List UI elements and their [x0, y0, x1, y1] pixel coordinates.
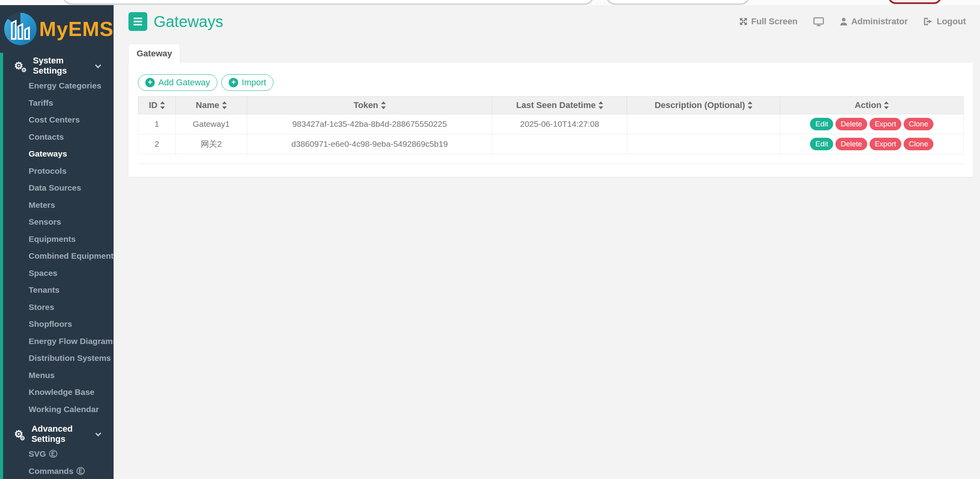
sidebar-item-energy-flow-diagrams[interactable]: Energy Flow Diagrams [0, 333, 114, 350]
add-gateway-label: Add Gateway [158, 77, 210, 88]
sidebar-toggle-button[interactable] [128, 12, 147, 31]
import-button[interactable]: Import [221, 74, 273, 91]
edit-button[interactable]: Edit [810, 118, 833, 130]
tab-label: Gateway [137, 49, 172, 59]
sidebar-item-gateways[interactable]: Gateways [0, 145, 114, 162]
sidebar-item-tariffs[interactable]: Tariffs [0, 94, 114, 112]
cutoff-red-button[interactable] [888, 0, 942, 4]
cell-name: 网关2 [175, 134, 247, 154]
sidebar-item-working-calendar[interactable]: Working Calendar [0, 401, 114, 418]
expand-arrows-icon [739, 17, 748, 26]
system-settings-menu: Energy Categories Tariffs Cost Centers C… [0, 77, 114, 418]
gateways-table: ID Name Token Last Seen Datetime Descrip… [138, 96, 964, 154]
sidebar-item-menus[interactable]: Menus [0, 367, 114, 384]
top-cutoff-strip [0, 0, 980, 5]
sidebar-item-spaces[interactable]: Spaces [0, 265, 114, 282]
cell-actions: EditDeleteExportClone [780, 114, 964, 134]
cell-token: d3860971-e6e0-4c98-9eba-5492869c5b19 [247, 134, 492, 154]
tab-gateway[interactable]: Gateway [128, 44, 180, 63]
table-header-row: ID Name Token Last Seen Datetime Descrip… [138, 97, 964, 114]
gears-icon: ⚙⚙ [14, 60, 27, 72]
monitor-icon [813, 17, 824, 27]
cell-last-seen: 2025-06-10T14:27:08 [492, 114, 627, 134]
sidebar-item-meters[interactable]: Meters [0, 196, 114, 214]
sidebar-item-contacts[interactable]: Contacts [0, 128, 114, 146]
edit-button[interactable]: Edit [810, 138, 833, 150]
user-label: Administrator [851, 16, 908, 27]
sidebar-accent-strip [0, 53, 3, 479]
clone-button[interactable]: Clone [904, 118, 933, 130]
cell-actions: EditDeleteExportClone [780, 134, 964, 154]
sidebar: MyEMS ⚙⚙ System Settings Energy Categori… [0, 5, 114, 479]
full-screen-button[interactable]: Full Screen [739, 16, 798, 27]
sidebar-item-protocols[interactable]: Protocols [0, 162, 114, 180]
brand-logo[interactable]: MyEMS [0, 5, 114, 53]
cell-token: 983427af-1c35-42ba-8b4d-288675550225 [247, 114, 492, 134]
column-header-description[interactable]: Description (Optional) [627, 97, 780, 114]
sidebar-section-advanced-settings[interactable]: ⚙⚙ Advanced Settings [0, 425, 114, 443]
display-toggle-button[interactable] [813, 17, 824, 27]
section-label: System Settings [33, 56, 96, 76]
logout-label: Logout [937, 16, 966, 27]
sidebar-item-knowledge-base[interactable]: Knowledge Base [0, 384, 114, 401]
plus-circle-icon [145, 78, 155, 87]
delete-button[interactable]: Delete [835, 138, 867, 150]
circled-e-icon: Ⓔ [49, 449, 57, 458]
cell-id: 1 [138, 114, 176, 134]
sidebar-item-svg[interactable]: SVGⒺ [0, 445, 114, 463]
user-icon [840, 17, 848, 26]
sidebar-item-energy-categories[interactable]: Energy Categories [0, 77, 114, 94]
cell-description [627, 134, 780, 154]
sidebar-item-commands[interactable]: CommandsⒺ [0, 463, 114, 479]
full-screen-label: Full Screen [751, 16, 798, 27]
add-gateway-button[interactable]: Add Gateway [138, 74, 217, 91]
table-row: 1 Gateway1 983427af-1c35-42ba-8b4d-28867… [138, 114, 964, 134]
sidebar-item-equipments[interactable]: Equipments [0, 230, 114, 248]
clone-button[interactable]: Clone [904, 138, 933, 150]
cell-name: Gateway1 [175, 114, 247, 134]
myems-logo-icon [3, 9, 38, 49]
sort-icon [884, 101, 889, 109]
cutoff-input-right[interactable] [606, 0, 750, 4]
item-label: Commands [29, 466, 73, 475]
table-row: 2 网关2 d3860971-e6e0-4c98-9eba-5492869c5b… [138, 134, 964, 154]
cutoff-input-left[interactable] [63, 0, 594, 4]
import-label: Import [242, 77, 266, 88]
column-header-action[interactable]: Action [780, 97, 964, 114]
sidebar-item-data-sources[interactable]: Data Sources [0, 179, 114, 196]
circled-e-icon: Ⓔ [76, 466, 85, 475]
logout-button[interactable]: Logout [923, 16, 966, 27]
export-button[interactable]: Export [870, 138, 901, 150]
column-header-id[interactable]: ID [138, 97, 176, 114]
section-label: Advanced Settings [31, 424, 96, 444]
sidebar-item-sensors[interactable]: Sensors [0, 213, 114, 230]
sort-icon [222, 101, 227, 109]
sidebar-item-stores[interactable]: Stores [0, 299, 114, 316]
sidebar-item-tenants[interactable]: Tenants [0, 281, 114, 299]
sidebar-item-cost-centers[interactable]: Cost Centers [0, 111, 114, 128]
main-header: Gateways Full Screen [114, 5, 980, 38]
sidebar-item-combined-equipments[interactable]: Combined Equipments [0, 247, 114, 265]
column-header-token[interactable]: Token [247, 97, 492, 114]
table-footer-divider [138, 164, 964, 164]
item-label: SVG [29, 449, 46, 458]
cell-id: 2 [138, 134, 176, 154]
sidebar-section-system-settings[interactable]: ⚙⚙ System Settings [0, 57, 114, 75]
column-header-last-seen[interactable]: Last Seen Datetime [492, 97, 627, 114]
column-header-name[interactable]: Name [175, 97, 247, 114]
cell-last-seen [492, 134, 627, 154]
brand-name: MyEMS [39, 17, 114, 41]
sort-icon [381, 101, 386, 109]
sort-icon [160, 101, 165, 109]
user-menu[interactable]: Administrator [840, 16, 908, 27]
sort-icon [748, 101, 752, 109]
export-button[interactable]: Export [870, 118, 901, 130]
delete-button[interactable]: Delete [835, 118, 867, 130]
sidebar-item-shopfloors[interactable]: Shopfloors [0, 315, 114, 333]
plus-circle-icon [229, 78, 238, 87]
sort-icon [598, 101, 603, 109]
gears-icon: ⚙⚙ [14, 428, 26, 440]
page-title: Gateways [154, 13, 223, 31]
sidebar-item-distribution-systems[interactable]: Distribution Systems [0, 349, 114, 367]
advanced-settings-menu: SVGⒺ CommandsⒺ [0, 445, 114, 479]
